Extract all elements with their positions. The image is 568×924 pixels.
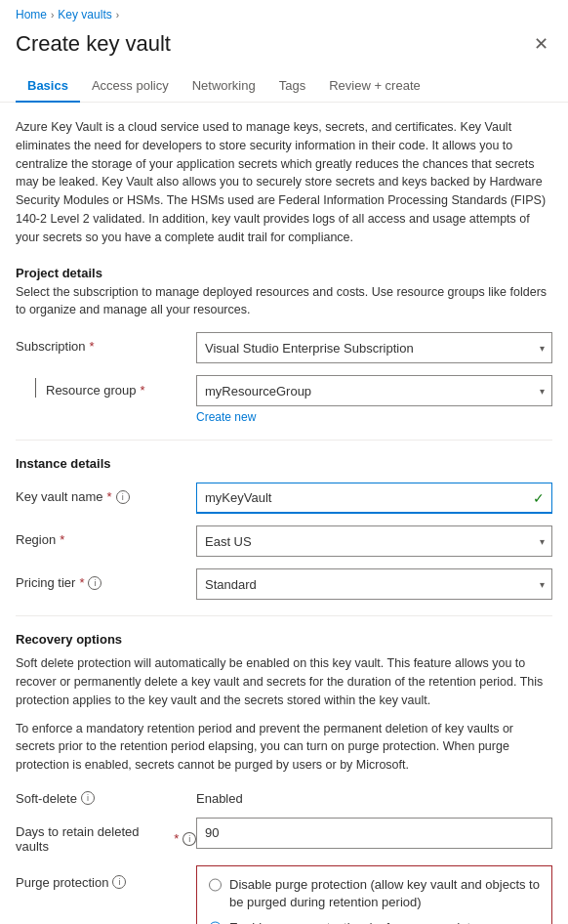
tab-basics[interactable]: Basics <box>16 70 80 103</box>
breadcrumb-key-vaults[interactable]: Key vaults <box>58 8 111 21</box>
purge-protection-label: Purge protection i <box>16 865 196 890</box>
instance-details-title: Instance details <box>16 456 552 471</box>
subscription-label: Subscription * <box>16 332 196 354</box>
resource-group-select-wrapper: myResourceGroup ▾ <box>196 375 552 406</box>
region-label: Region * <box>16 525 196 547</box>
purge-enable-label[interactable]: Enable purge protection (enforce a manda… <box>229 919 540 924</box>
project-details-section: Project details Select the subscription … <box>16 266 552 424</box>
resource-group-control: myResourceGroup ▾ Create new <box>196 375 552 424</box>
purge-protection-row: Purge protection i Disable purge protect… <box>16 865 552 924</box>
region-control: East US ▾ <box>196 525 552 557</box>
pricing-tier-select[interactable]: Standard <box>196 568 552 600</box>
tab-bar: Basics Access policy Networking Tags Rev… <box>0 70 568 103</box>
purge-protection-info-icon[interactable]: i <box>112 875 126 889</box>
breadcrumb: Home › Key vaults › <box>0 0 568 25</box>
soft-delete-row: Soft-delete i Enabled <box>16 784 552 806</box>
breadcrumb-chevron1: › <box>51 10 54 21</box>
recovery-desc-2: To enforce a mandatory retention period … <box>16 720 552 775</box>
key-vault-name-required: * <box>107 489 112 504</box>
subscription-row: Subscription * Visual Studio Enterprise … <box>16 332 552 363</box>
soft-delete-label: Soft-delete i <box>16 784 196 806</box>
region-row: Region * East US ▾ <box>16 525 552 557</box>
region-select[interactable]: East US <box>196 525 552 557</box>
key-vault-name-info-icon[interactable]: i <box>116 490 130 504</box>
resource-group-row: Resource group * myResourceGroup ▾ Creat… <box>16 375 552 424</box>
recovery-options-title: Recovery options <box>16 632 552 647</box>
days-retain-row: Days to retain deleted vaults * i <box>16 818 552 854</box>
project-details-title: Project details <box>16 266 552 280</box>
pricing-tier-select-wrapper: Standard ▾ <box>196 568 552 600</box>
pricing-tier-required: * <box>79 575 84 590</box>
soft-delete-info-icon[interactable]: i <box>81 791 95 805</box>
key-vault-name-input-wrap: ✓ <box>196 483 552 514</box>
breadcrumb-chevron2: › <box>116 10 119 21</box>
key-vault-name-label: Key vault name * i <box>16 483 196 504</box>
divider-1 <box>16 440 552 441</box>
region-required: * <box>60 532 64 547</box>
page-title: Create key vault <box>16 31 171 57</box>
tab-review-create[interactable]: Review + create <box>317 70 432 103</box>
page-header: Create key vault ✕ <box>0 25 568 70</box>
intro-description: Azure Key Vault is a cloud service used … <box>16 118 552 246</box>
pricing-tier-control: Standard ▾ <box>196 568 552 600</box>
pricing-tier-label: Pricing tier * i <box>16 568 196 590</box>
resource-group-select[interactable]: myResourceGroup <box>196 375 552 406</box>
tab-tags[interactable]: Tags <box>267 70 317 103</box>
purge-enable-option: Enable purge protection (enforce a manda… <box>209 919 540 924</box>
region-select-wrapper: East US ▾ <box>196 525 552 557</box>
subscription-select-wrapper: Visual Studio Enterprise Subscription ▾ <box>196 332 552 363</box>
key-vault-name-valid-icon: ✓ <box>533 490 545 506</box>
subscription-control: Visual Studio Enterprise Subscription ▾ <box>196 332 552 363</box>
days-retain-input[interactable] <box>196 818 552 849</box>
divider-2 <box>16 615 552 616</box>
breadcrumb-home[interactable]: Home <box>16 8 47 21</box>
key-vault-name-control: ✓ <box>196 483 552 514</box>
create-new-link[interactable]: Create new <box>196 410 552 424</box>
resource-group-label: Resource group * <box>35 375 196 398</box>
close-button[interactable]: ✕ <box>530 29 552 59</box>
instance-details-section: Instance details Key vault name * i ✓ Re… <box>16 456 552 600</box>
purge-disable-option: Disable purge protection (allow key vaul… <box>209 876 540 911</box>
days-retain-info-icon[interactable]: i <box>183 832 196 846</box>
recovery-desc-1: Soft delete protection will automaticall… <box>16 654 552 709</box>
tab-access-policy[interactable]: Access policy <box>80 70 181 103</box>
project-details-desc: Select the subscription to manage deploy… <box>16 284 552 318</box>
pricing-tier-row: Pricing tier * i Standard ▾ <box>16 568 552 600</box>
purge-protection-box: Disable purge protection (allow key vaul… <box>196 865 552 924</box>
days-retain-control <box>196 818 552 849</box>
soft-delete-control: Enabled <box>196 784 552 806</box>
key-vault-name-input[interactable] <box>196 483 552 514</box>
tab-networking[interactable]: Networking <box>181 70 267 103</box>
purge-disable-label[interactable]: Disable purge protection (allow key vaul… <box>229 876 540 911</box>
soft-delete-value: Enabled <box>196 784 552 806</box>
subscription-select[interactable]: Visual Studio Enterprise Subscription <box>196 332 552 363</box>
main-content: Azure Key Vault is a cloud service used … <box>0 103 568 924</box>
purge-disable-radio[interactable] <box>209 878 222 892</box>
recovery-options-section: Recovery options Soft delete protection … <box>16 632 552 924</box>
resource-group-required: * <box>141 383 145 398</box>
days-retain-required: * <box>174 831 179 846</box>
key-vault-name-row: Key vault name * i ✓ <box>16 483 552 514</box>
days-retain-label: Days to retain deleted vaults * i <box>16 818 196 854</box>
pricing-tier-info-icon[interactable]: i <box>88 576 101 590</box>
subscription-required: * <box>90 339 95 354</box>
